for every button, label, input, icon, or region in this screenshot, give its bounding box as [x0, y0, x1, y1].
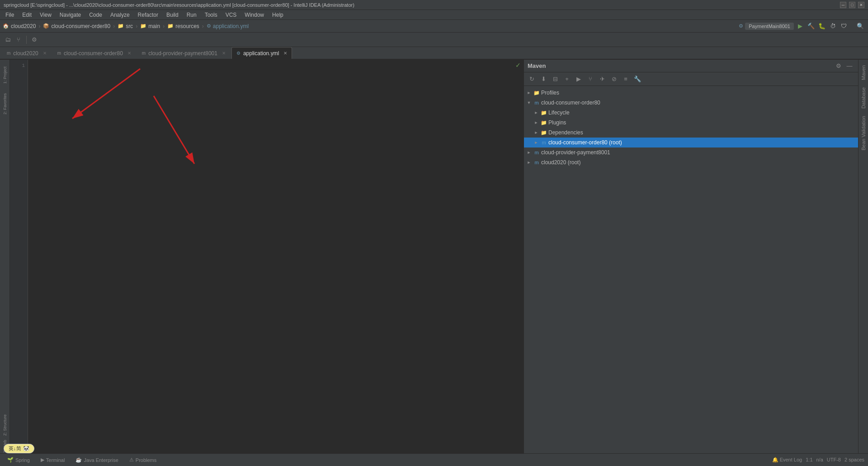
menu-file[interactable]: File: [2, 11, 18, 19]
profiles-label: Profiles: [541, 90, 559, 96]
sidebar-bookmark-icon[interactable]: 2: Favorites: [1, 92, 9, 115]
settings-button[interactable]: ⚙: [29, 35, 39, 45]
lifecycle-label: Lifecycle: [548, 109, 570, 116]
maven-wrench-btn[interactable]: 🔧: [632, 74, 642, 84]
menu-view[interactable]: View: [36, 11, 55, 19]
status-bar: 🔔 Event Log 1:1 n/a UTF-8 2 spaces: [772, 457, 864, 463]
bottom-tab-java-enterprise[interactable]: ☕ Java Enterprise: [72, 455, 122, 465]
tab-cloud2020[interactable]: m cloud2020 ✕: [2, 47, 52, 59]
maven-show-deps-btn[interactable]: ⑂: [585, 74, 595, 84]
tab-icon-payment8001: m: [142, 51, 146, 56]
consumer-order80-arrow: ▼: [526, 100, 532, 106]
nav-resources[interactable]: resources: [175, 23, 199, 29]
bottom-tab-problems[interactable]: ⚠ Problems: [126, 455, 160, 465]
module-nav-icon: 📦: [43, 23, 49, 29]
toolbar-separator-1: [26, 36, 27, 44]
project-structure-button[interactable]: 🗂: [3, 35, 13, 45]
maven-download-btn[interactable]: ⬇: [538, 74, 548, 84]
build-button[interactable]: 🔨: [807, 22, 816, 31]
minimize-button[interactable]: ─: [840, 2, 846, 8]
nav-cloud2020[interactable]: cloud2020: [11, 23, 36, 29]
maven-tree-consumer-root[interactable]: ► m cloud-consumer-order80 (root): [524, 138, 858, 147]
menu-vcs[interactable]: VCS: [222, 11, 241, 19]
run-button[interactable]: ▶: [796, 22, 805, 31]
payment8001-icon: m: [533, 149, 540, 156]
tab-consumer-order80[interactable]: m cloud-consumer-order80 ✕: [52, 47, 136, 59]
tab-close-payment8001[interactable]: ✕: [222, 51, 226, 56]
close-button[interactable]: ✕: [858, 2, 864, 8]
status-indent[interactable]: 2 spaces: [844, 457, 864, 463]
resources-nav-icon: 📁: [167, 23, 174, 29]
coverage-button[interactable]: 🛡: [839, 22, 848, 31]
maven-toggle-btn[interactable]: ✈: [597, 74, 607, 84]
menu-analyze[interactable]: Analyze: [107, 11, 133, 19]
menu-window[interactable]: Window: [241, 11, 268, 19]
right-tab-database[interactable]: Database: [859, 84, 868, 112]
menu-refactor[interactable]: Refactor: [134, 11, 162, 19]
status-event-log[interactable]: 🔔 Event Log: [772, 457, 802, 463]
maven-settings-btn[interactable]: ⚙: [834, 61, 844, 71]
maven-reload-btn[interactable]: ↻: [527, 74, 537, 84]
maven-collapse-btn[interactable]: ⊟: [550, 74, 560, 84]
tab-close-cloud2020[interactable]: ✕: [43, 51, 47, 56]
consumer-order80-label: cloud-consumer-order80: [541, 100, 600, 106]
maven-skip-btn[interactable]: ⊘: [609, 74, 619, 84]
menu-tools[interactable]: Tools: [201, 11, 221, 19]
tab-payment8001[interactable]: m cloud-provider-payment8001 ✕: [137, 47, 231, 59]
nav-sep-2: ›: [113, 23, 115, 29]
menu-build[interactable]: Build: [163, 11, 182, 19]
problems-label: Problems: [136, 457, 156, 463]
plugins-label: Plugins: [548, 119, 566, 126]
maven-tree-dependencies[interactable]: ► 📁 Dependencies: [524, 128, 858, 138]
maven-add-btn[interactable]: +: [562, 74, 572, 84]
nav-main[interactable]: main: [148, 23, 160, 29]
maven-tree-payment8001[interactable]: ► m cloud-provider-payment8001: [524, 147, 858, 157]
menu-help[interactable]: Help: [269, 11, 287, 19]
code-content[interactable]: [28, 60, 524, 453]
maven-run-btn[interactable]: ▶: [574, 74, 584, 84]
tab-application-yml[interactable]: ⚙ application.yml ✕: [231, 47, 292, 59]
maven-header-icons: ⚙ —: [834, 61, 854, 71]
right-tab-maven[interactable]: Maven: [859, 62, 868, 84]
status-encoding[interactable]: UTF-8: [827, 457, 841, 463]
sidebar-structure-icon[interactable]: Z: Structure: [1, 414, 9, 436]
plugins-arrow: ►: [533, 119, 539, 126]
nav-src[interactable]: src: [126, 23, 133, 29]
window-controls: ─ □ ✕: [840, 2, 864, 8]
bottom-tab-spring[interactable]: 🌱 Spring: [4, 455, 33, 465]
maven-tree-consumer-order80[interactable]: ▼ m cloud-consumer-order80: [524, 98, 858, 108]
maven-more-btn[interactable]: ≡: [621, 74, 631, 84]
maven-minimize-btn[interactable]: —: [844, 61, 854, 71]
maven-tree-cloud2020-root[interactable]: ► m cloud2020 (root): [524, 157, 858, 167]
run-config-name[interactable]: PaymentMain8001: [745, 23, 794, 30]
profile-button[interactable]: ⏱: [828, 22, 837, 31]
consumer-root-arrow: ►: [533, 139, 539, 146]
nav-sep-1: ›: [38, 23, 40, 29]
menu-edit[interactable]: Edit: [19, 11, 35, 19]
sidebar-project-icon[interactable]: 1: Project: [1, 62, 9, 89]
nav-consumer-order80[interactable]: cloud-consumer-order80: [51, 23, 110, 29]
maximize-button[interactable]: □: [849, 2, 855, 8]
bottom-tab-terminal[interactable]: ▶ Terminal: [37, 455, 69, 465]
yml-nav-icon: ⚙: [207, 23, 211, 29]
maven-panel: Maven ⚙ — ↻ ⬇ ⊟ + ▶ ⑂ ✈ ⊘ ≡ 🔧 ► 📁 Profil…: [524, 60, 858, 453]
tabs-bar: m cloud2020 ✕ m cloud-consumer-order80 ✕…: [0, 47, 868, 60]
right-tab-bean-validation[interactable]: Bean Validation: [859, 112, 868, 154]
menu-code[interactable]: Code: [85, 11, 106, 19]
maven-header: Maven ⚙ —: [524, 60, 858, 72]
vcs-button[interactable]: ⑂: [14, 35, 24, 45]
search-everywhere-button[interactable]: 🔍: [855, 21, 865, 31]
nav-application-yml[interactable]: application.yml: [213, 23, 249, 29]
maven-toolbar: ↻ ⬇ ⊟ + ▶ ⑂ ✈ ⊘ ≡ 🔧: [524, 72, 858, 86]
cloud2020-root-icon: m: [533, 159, 540, 166]
menu-navigate[interactable]: Navigate: [56, 11, 85, 19]
debug-button[interactable]: 🐛: [817, 22, 826, 31]
tab-close-consumer-order80[interactable]: ✕: [127, 51, 131, 56]
maven-tree-lifecycle[interactable]: ► 📁 Lifecycle: [524, 108, 858, 118]
maven-tree-plugins[interactable]: ► 📁 Plugins: [524, 118, 858, 128]
ime-indicator[interactable]: 英↓简 🐼: [4, 444, 34, 453]
maven-tree-profiles[interactable]: ► 📁 Profiles: [524, 88, 858, 98]
editor-area[interactable]: 1 ✓: [10, 60, 524, 453]
menu-run[interactable]: Run: [183, 11, 200, 19]
tab-close-application-yml[interactable]: ✕: [283, 51, 287, 56]
